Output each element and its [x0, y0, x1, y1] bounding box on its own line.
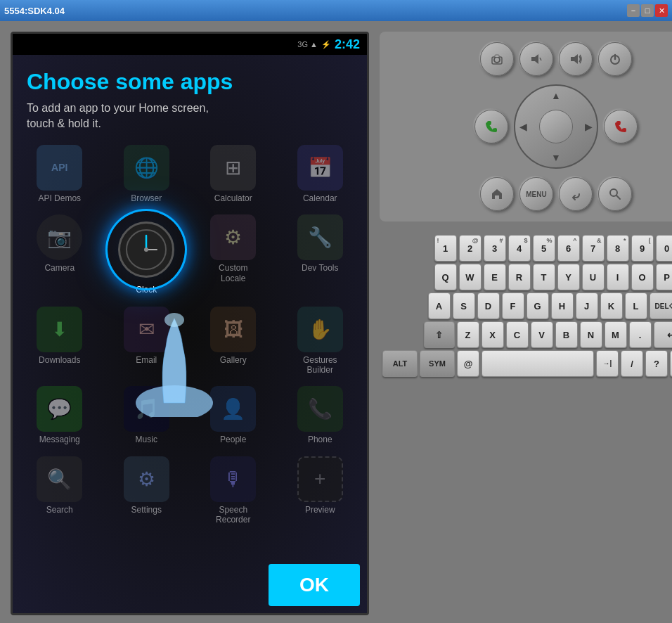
app-item-music[interactable]: 🎵 Music: [103, 380, 190, 450]
svg-marker-10: [571, 54, 578, 64]
maximize-button[interactable]: □: [641, 4, 654, 17]
app-item-settings[interactable]: ⚙ Settings: [103, 451, 190, 531]
app-label-messaging: Messaging: [39, 435, 80, 444]
key-l[interactable]: L: [625, 293, 647, 319]
dpad-down[interactable]: ▼: [551, 152, 561, 163]
home-button[interactable]: [480, 177, 514, 211]
app-item-preview[interactable]: + Preview: [277, 451, 364, 531]
app-label-speech-recorder: SpeechRecorder: [216, 505, 250, 525]
key-6[interactable]: ^6: [557, 235, 580, 262]
key-alt-left[interactable]: ALT: [382, 350, 418, 377]
key-question[interactable]: ?: [645, 350, 668, 377]
key-8[interactable]: *8: [607, 235, 629, 262]
minimize-button[interactable]: −: [627, 4, 640, 17]
key-f[interactable]: F: [502, 293, 524, 319]
app-item-browser[interactable]: 🌐 Browser: [103, 139, 190, 209]
key-o[interactable]: O: [631, 264, 654, 290]
dpad-left[interactable]: ◀: [519, 121, 527, 132]
key-x[interactable]: X: [482, 321, 504, 348]
svg-line-14: [616, 195, 620, 199]
dpad[interactable]: ▲ ▼ ◀ ▶: [514, 84, 598, 169]
key-a[interactable]: A: [428, 293, 451, 319]
end-call-button[interactable]: [604, 110, 638, 143]
app-item-search[interactable]: 🔍 Search: [16, 451, 103, 531]
key-7[interactable]: &7: [582, 235, 605, 262]
key-del[interactable]: DEL⌫: [650, 293, 673, 319]
keyboard-row-bottom: ALT SYM @ →| / ? , ALT: [382, 350, 672, 377]
app-item-dev-tools[interactable]: 🔧 Dev Tools: [277, 209, 364, 300]
key-2[interactable]: @2: [459, 235, 482, 262]
key-4[interactable]: $4: [508, 235, 531, 262]
key-m[interactable]: M: [605, 321, 627, 348]
key-p[interactable]: P: [656, 264, 673, 290]
key-y[interactable]: Y: [557, 264, 580, 290]
key-5[interactable]: %5: [533, 235, 555, 262]
app-label-settings: Settings: [131, 505, 162, 515]
app-item-messaging[interactable]: 💬 Messaging: [16, 380, 103, 450]
key-e[interactable]: E: [484, 264, 506, 290]
key-r[interactable]: R: [508, 264, 531, 290]
app-icon-speech-recorder: 🎙: [210, 456, 256, 502]
svg-point-3: [144, 248, 148, 252]
app-item-custom-locale[interactable]: ⚙ CustomLocale: [190, 209, 277, 300]
app-label-dev-tools: Dev Tools: [302, 263, 338, 273]
call-button[interactable]: [474, 110, 508, 143]
key-at[interactable]: @: [457, 350, 479, 377]
power-button[interactable]: [598, 42, 632, 76]
app-item-calendar[interactable]: 📅 Calendar: [277, 139, 364, 209]
dpad-right[interactable]: ▶: [585, 121, 593, 132]
app-item-email[interactable]: ✉ Email: [103, 301, 190, 381]
key-3[interactable]: #3: [484, 235, 506, 262]
key-sym[interactable]: SYM: [420, 350, 455, 377]
key-n[interactable]: N: [580, 321, 602, 348]
key-u[interactable]: U: [582, 264, 605, 290]
key-1[interactable]: !1: [434, 235, 457, 262]
volume-down-button[interactable]: [519, 42, 553, 76]
back-button[interactable]: [559, 177, 593, 211]
key-shift[interactable]: ⇧: [424, 321, 455, 348]
key-s[interactable]: S: [453, 293, 475, 319]
key-z[interactable]: Z: [457, 321, 479, 348]
key-g[interactable]: G: [526, 293, 549, 319]
key-h[interactable]: H: [551, 293, 574, 319]
camera-button[interactable]: [480, 42, 514, 76]
app-icon-browser: 🌐: [124, 145, 169, 191]
app-label-search: Search: [46, 505, 73, 515]
key-j[interactable]: J: [576, 293, 598, 319]
app-item-speech-recorder[interactable]: 🎙 SpeechRecorder: [190, 451, 277, 531]
app-item-clock[interactable]: Clock: [103, 209, 190, 300]
key-c[interactable]: C: [506, 321, 529, 348]
app-item-gestures-builder[interactable]: ✋ GesturesBuilder: [277, 301, 364, 381]
key-w[interactable]: W: [459, 264, 482, 290]
key-period[interactable]: .: [629, 321, 652, 348]
app-item-people[interactable]: 👤 People: [190, 380, 277, 450]
search-button[interactable]: [598, 177, 632, 211]
app-item-camera[interactable]: 📷 Camera: [16, 209, 103, 300]
app-item-phone[interactable]: 📞 Phone: [277, 380, 364, 450]
key-arrow[interactable]: →|: [596, 350, 619, 377]
close-button[interactable]: ✕: [655, 4, 668, 17]
app-item-api-demos[interactable]: API API Demos: [16, 139, 103, 209]
app-item-gallery[interactable]: 🖼 Gallery: [190, 301, 277, 381]
key-k[interactable]: K: [600, 293, 623, 319]
dpad-up[interactable]: ▲: [551, 90, 561, 101]
app-item-calculator[interactable]: ⊞ Calculator: [190, 139, 277, 209]
ok-button[interactable]: OK: [269, 564, 360, 606]
key-space[interactable]: [482, 350, 594, 377]
key-v[interactable]: V: [531, 321, 553, 348]
key-9[interactable]: (9: [631, 235, 654, 262]
key-t[interactable]: T: [533, 264, 555, 290]
menu-button[interactable]: MENU: [519, 177, 553, 211]
key-slash[interactable]: /: [621, 350, 643, 377]
key-i[interactable]: I: [607, 264, 629, 290]
volume-up-button[interactable]: [559, 42, 593, 76]
app-item-downloads[interactable]: ⬇ Downloads: [16, 301, 103, 381]
key-b[interactable]: B: [555, 321, 578, 348]
key-enter[interactable]: ↵: [654, 321, 673, 348]
key-q[interactable]: Q: [434, 264, 457, 290]
app-icon-people: 👤: [210, 386, 256, 432]
key-d[interactable]: D: [477, 293, 500, 319]
app-icon-email: ✉: [124, 307, 169, 352]
dpad-center[interactable]: [539, 110, 573, 143]
key-0[interactable]: )0: [656, 235, 673, 262]
